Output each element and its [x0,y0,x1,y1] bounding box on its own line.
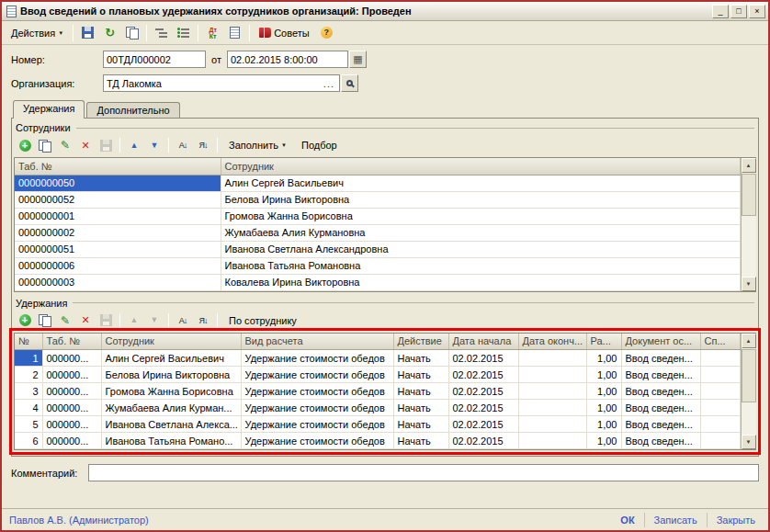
table-row[interactable]: 0000000006 Иванова Татьяна Романовна [15,257,740,274]
table-row[interactable]: 0000000002 Жумабаева Алия Курмановна [15,224,740,241]
cell-employee[interactable]: Громова Жанна Борисовна [221,208,740,224]
cell-employee[interactable]: Белова Ирина Викторовна [221,191,740,208]
cell-tab-no[interactable]: 0000000001 [15,208,221,224]
cell-tab-no[interactable]: 0000000052 [15,191,221,208]
cell-date-start[interactable]: 02.02.2015 [448,433,518,449]
cell-date-end[interactable] [518,400,586,416]
cell-doc[interactable]: Ввод сведен... [621,433,700,449]
cell-date-end[interactable] [518,383,586,400]
cell-employee[interactable]: Белова Ирина Викторовна [101,367,241,383]
cell-calc-type[interactable]: Удержание стоимости обедов [241,433,393,449]
column-header-employee[interactable]: Сотрудник [221,158,740,175]
cell-num[interactable]: 6 [15,433,42,449]
table-row[interactable]: 0000000001 Громова Жанна Борисовна [15,208,740,224]
cell-rate[interactable]: 1,00 [586,433,621,449]
cell-calc-type[interactable]: Удержание стоимости обедов [241,400,393,416]
cell-action[interactable]: Начать [393,433,448,449]
cell-doc[interactable]: Ввод сведен... [621,383,700,400]
column-header-date-start[interactable]: Дата начала [448,334,518,350]
cell-rate[interactable]: 1,00 [586,367,621,383]
column-header-rate[interactable]: Ра... [586,334,621,350]
deductions-end-edit-button[interactable] [96,311,115,330]
deductions-sort-desc-button[interactable]: Я↓ [194,311,212,330]
cell-tab-no[interactable]: 000000... [42,367,101,383]
maximize-button[interactable]: □ [730,5,747,18]
deductions-move-up-button[interactable]: ▲ [125,311,143,330]
cell-tab-no[interactable]: 000000... [42,350,101,367]
cell-date-end[interactable] [518,416,586,433]
employees-add-button[interactable]: + [16,136,34,154]
cell-num[interactable]: 2 [15,367,42,383]
deductions-scrollbar[interactable]: ▲ ▼ [741,334,756,450]
tab-uderzhaniya[interactable]: Удержания [13,100,85,119]
cell-tab-no[interactable]: 0000000051 [15,241,221,257]
by-employee-button[interactable]: По сотруднику [222,311,303,330]
cell-tab-no[interactable]: 0000000050 [15,175,221,191]
cell-tab-no[interactable]: 000000... [42,383,101,400]
scroll-down-button[interactable]: ▼ [742,435,756,449]
table-row[interactable]: 0000000052 Белова Ирина Викторовна [15,191,740,208]
column-header-action[interactable]: Действие [393,334,448,350]
help-button[interactable]: ? [316,23,337,43]
cell-extra[interactable] [700,350,740,367]
scroll-down-button[interactable]: ▼ [742,277,756,291]
reread-button[interactable]: ↻ [99,23,120,43]
cell-date-start[interactable]: 02.02.2015 [448,416,518,433]
scroll-up-button[interactable]: ▲ [742,158,756,173]
pick-button[interactable]: Подбор [295,136,344,154]
scroll-track[interactable] [742,173,756,277]
cell-doc[interactable]: Ввод сведен... [621,367,700,383]
close-button[interactable]: × [749,5,765,18]
cell-tab-no[interactable]: 000000... [42,433,101,449]
deductions-copy-button[interactable] [36,311,54,330]
deductions-edit-button[interactable]: ✎ [56,311,74,330]
cell-extra[interactable] [700,383,740,400]
column-header-num[interactable]: № [15,334,42,350]
deductions-sort-asc-button[interactable]: А↓ [174,311,192,330]
cell-tab-no[interactable]: 0000000002 [15,224,221,241]
cell-rate[interactable]: 1,00 [586,400,621,416]
register-records-button[interactable] [224,23,245,43]
cell-extra[interactable] [700,400,740,416]
close-form-button[interactable]: Закрыть [707,513,764,527]
cell-action[interactable]: Начать [393,367,448,383]
scroll-thumb[interactable] [742,174,756,216]
cell-extra[interactable] [700,433,740,449]
check-list-button[interactable] [173,23,194,43]
cell-num[interactable]: 3 [15,383,42,400]
column-header-extra[interactable]: Сп... [700,334,740,350]
table-row[interactable]: 0000000051 Иванова Светлана Александровн… [15,241,740,257]
table-row[interactable]: 4 000000... Жумабаева Алия Курман... Уде… [15,400,740,416]
cell-calc-type[interactable]: Удержание стоимости обедов [241,367,393,383]
cell-employee[interactable]: Жумабаева Алия Курман... [101,400,241,416]
table-row[interactable]: 1 000000... Алин Сергей Васильевич Удерж… [15,350,740,367]
cell-tab-no[interactable]: 000000... [42,400,101,416]
column-header-employee[interactable]: Сотрудник [101,334,241,350]
cell-employee[interactable]: Иванова Светлана Алекса... [101,416,241,433]
table-row[interactable]: 3 000000... Громова Жанна Борисовна Удер… [15,383,740,400]
cell-num[interactable]: 4 [15,400,42,416]
deductions-move-down-button[interactable]: ▼ [145,311,164,330]
cell-employee[interactable]: Иванова Татьяна Романовна [221,257,740,274]
cell-rate[interactable]: 1,00 [586,383,621,400]
scroll-track[interactable] [742,348,756,436]
cell-calc-type[interactable]: Удержание стоимости обедов [241,416,393,433]
cell-action[interactable]: Начать [393,400,448,416]
cell-employee[interactable]: Иванова Светлана Александровна [221,241,740,257]
column-header-doc[interactable]: Документ ос... [621,334,700,350]
deductions-add-button[interactable]: + [16,311,34,330]
cell-rate[interactable]: 1,00 [586,416,621,433]
ok-button[interactable]: ОК [611,513,643,527]
cell-extra[interactable] [700,416,740,433]
cell-employee[interactable]: Алин Сергей Васильевич [101,350,241,367]
save-button[interactable] [77,23,98,43]
cell-num[interactable]: 5 [15,416,42,433]
comment-input[interactable] [88,464,759,481]
cell-date-start[interactable]: 02.02.2015 [448,350,518,367]
organization-ellipsis-button[interactable]: ... [322,78,336,89]
cell-date-end[interactable] [518,350,586,367]
calendar-button[interactable]: ▦ [349,51,367,68]
cell-calc-type[interactable]: Удержание стоимости обедов [241,350,393,367]
employees-sort-desc-button[interactable]: Я↓ [194,136,212,154]
cell-date-start[interactable]: 02.02.2015 [448,367,518,383]
